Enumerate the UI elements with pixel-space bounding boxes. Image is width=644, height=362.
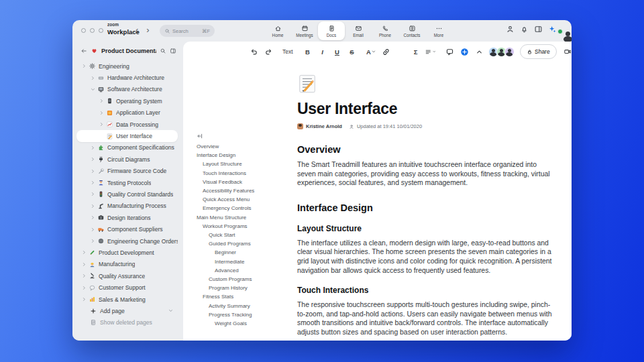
sidebar-item-customer-support[interactable]: Customer Support xyxy=(76,282,178,293)
window-close-button[interactable] xyxy=(81,28,86,33)
outline-item-touch-interactions[interactable]: Touch Interactions xyxy=(197,169,294,178)
chev-right-icon[interactable] xyxy=(81,296,87,302)
outline-item-weight-goals[interactable]: Weight Goals xyxy=(197,319,294,328)
sidebar-item-manufacturing[interactable]: Manufacturing xyxy=(76,259,178,270)
sidebar-item-engineering[interactable]: Engineering xyxy=(76,60,178,72)
outline-item-layout-structure[interactable]: Layout Structure xyxy=(197,160,294,168)
equation-button[interactable]: Σ xyxy=(410,46,421,58)
undo-button[interactable] xyxy=(248,46,260,58)
redo-button[interactable] xyxy=(263,46,274,58)
text-style-button[interactable]: Text xyxy=(282,46,294,58)
outline-item-intermediate[interactable]: Intermediate xyxy=(197,257,294,266)
chev-right-icon[interactable] xyxy=(90,191,96,197)
tab-phone[interactable]: Phone xyxy=(372,21,398,40)
sidebar-item-quality-assurance[interactable]: Quality Assurance xyxy=(76,270,178,282)
sidebar-item-application-layer[interactable]: Application Layer xyxy=(76,107,178,119)
video-cam-button[interactable] xyxy=(564,48,572,56)
back-arrow-icon[interactable] xyxy=(80,48,87,54)
chev-right-icon[interactable] xyxy=(81,285,87,291)
outline-item-main-menu-structure[interactable]: Main Menu Structure xyxy=(197,213,294,222)
sidebar-item-user-interface[interactable]: User Interface xyxy=(76,130,178,141)
document-body[interactable]: User Interface Kristine Arnold Updated a… xyxy=(297,74,555,337)
sidebar-search-icon[interactable] xyxy=(160,48,166,54)
chev-down-icon[interactable] xyxy=(168,308,174,314)
outline-item-accessibility-features[interactable]: Accessibility Features xyxy=(197,186,294,195)
workspace-title[interactable]: Product Documenta... xyxy=(101,48,156,54)
chev-right-icon[interactable] xyxy=(90,168,96,174)
tab-more[interactable]: More xyxy=(425,21,452,40)
heading-touch-interactions[interactable]: Touch Interactions xyxy=(297,286,555,295)
person-button[interactable] xyxy=(506,25,515,34)
show-deleted-pages-button[interactable]: Show deleted pages xyxy=(76,317,178,328)
sidebar-collapse-icon[interactable] xyxy=(170,48,176,54)
chev-right-icon[interactable] xyxy=(99,110,105,116)
chev-right-icon[interactable] xyxy=(99,98,105,104)
nav-forward-button[interactable]: › xyxy=(146,24,149,36)
outline-item-emergency-controls[interactable]: Emergency Controls xyxy=(197,204,294,213)
page-title[interactable]: User Interface xyxy=(297,100,555,118)
outline-item-quick-start[interactable]: Quick Start xyxy=(197,231,294,239)
bell-button[interactable] xyxy=(520,25,529,34)
chev-right-icon[interactable] xyxy=(90,145,96,151)
collapse-left-icon[interactable] xyxy=(197,133,203,139)
bold-button[interactable]: B xyxy=(302,46,313,58)
strikethrough-button[interactable]: S xyxy=(346,46,358,58)
outline-item-activity-summary[interactable]: Activity Summary xyxy=(197,302,294,310)
outline-item-progress-tracking[interactable]: Progress Tracking xyxy=(197,310,294,319)
sidebar-item-quality-control-standards[interactable]: Quality Control Standards xyxy=(76,188,178,200)
chev-right-icon[interactable] xyxy=(90,203,96,209)
chev-right-icon[interactable] xyxy=(90,238,96,244)
outline-item-visual-feedback[interactable]: Visual Feedback xyxy=(197,178,294,186)
chev-down-icon[interactable] xyxy=(90,86,96,93)
code-button[interactable] xyxy=(395,46,407,58)
paragraph[interactable]: The interface utilizes a clean, modern d… xyxy=(297,239,555,275)
memo-large-icon[interactable] xyxy=(297,74,317,94)
ai-button[interactable] xyxy=(459,46,470,58)
chev-right-icon[interactable] xyxy=(90,180,96,186)
sidebar-item-testing-protocols[interactable]: Testing Protocols xyxy=(76,177,178,188)
outline-item-beginner[interactable]: Beginner xyxy=(197,248,294,257)
chev-right-icon[interactable] xyxy=(90,156,96,162)
paragraph[interactable]: The Smart Treadmill features an intuitiv… xyxy=(297,160,555,188)
nav-back-button[interactable]: ‹ xyxy=(136,24,138,36)
window-minimize-button[interactable] xyxy=(90,28,95,33)
outline-item-interface-design[interactable]: Interface Design xyxy=(197,151,294,160)
sidebar-item-component-suppliers[interactable]: Component Suppliers xyxy=(76,223,178,235)
sparkle-button[interactable] xyxy=(548,25,557,34)
panel-icon[interactable] xyxy=(170,48,176,54)
window-zoom-button[interactable] xyxy=(99,28,103,33)
share-button[interactable]: Share xyxy=(520,44,557,59)
sidebar-item-software-architecture[interactable]: Software Architecture xyxy=(76,84,178,95)
outline-item-program-history[interactable]: Program History xyxy=(197,284,294,292)
outline-item-fitness-stats[interactable]: Fitness Stats xyxy=(197,292,294,301)
collapse-toolbar-button[interactable] xyxy=(474,46,485,58)
chev-right-icon[interactable] xyxy=(90,75,96,81)
outline-item-custom-programs[interactable]: Custom Programs xyxy=(197,275,294,284)
sidebar-item-data-processing[interactable]: Data Processing xyxy=(76,119,178,130)
list-button[interactable] xyxy=(425,46,436,58)
add-page-button[interactable]: Add page xyxy=(76,305,178,316)
sidebar-item-manufacturing-process[interactable]: Manufacturing Process xyxy=(76,200,178,212)
chev-right-icon[interactable] xyxy=(81,249,87,255)
outline-item-guided-programs[interactable]: Guided Programs xyxy=(197,239,294,248)
heading-overview[interactable]: Overview xyxy=(297,144,555,155)
window-controls[interactable] xyxy=(81,28,103,33)
outline-item-advanced[interactable]: Advanced xyxy=(197,266,294,275)
back-icon[interactable] xyxy=(80,48,87,54)
heading-layout-structure[interactable]: Layout Structure xyxy=(297,224,555,233)
outline-collapse-icon[interactable] xyxy=(197,133,294,139)
search-icon[interactable] xyxy=(160,48,166,54)
sidebar-item-circuit-diagrams[interactable]: Circuit Diagrams xyxy=(76,154,178,165)
tab-home[interactable]: Home xyxy=(264,21,291,40)
sidebar-item-design-iterations[interactable]: Design Iterations xyxy=(76,212,178,223)
chev-right-icon[interactable] xyxy=(81,261,87,267)
sidebar-item-sales-marketing[interactable]: Sales & Marketing xyxy=(76,294,178,305)
tab-email[interactable]: Email xyxy=(345,21,372,40)
heading-interface-design[interactable]: Interface Design xyxy=(297,202,555,213)
chev-right-icon[interactable] xyxy=(90,215,96,221)
tab-contacts[interactable]: Contacts xyxy=(398,21,425,40)
chev-right-icon[interactable] xyxy=(81,63,87,69)
sidebar-item-firmware-source-code[interactable]: Firmware Source Code xyxy=(76,166,178,177)
chev-right-icon[interactable] xyxy=(99,121,105,127)
tab-meetings[interactable]: Meetings xyxy=(291,21,318,40)
